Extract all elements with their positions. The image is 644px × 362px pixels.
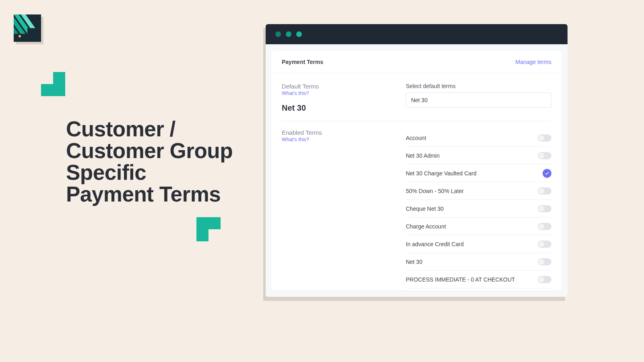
- card-title: Payment Terms: [282, 59, 323, 65]
- window-control-close[interactable]: [275, 31, 281, 37]
- brand-logo: [14, 14, 41, 42]
- term-row: Net 30 Charge Vaulted Card: [406, 165, 551, 182]
- decorative-shape: [196, 217, 221, 241]
- app-window: Payment Terms Manage terms Default Terms…: [266, 24, 568, 297]
- enabled-terms-label: Enabled Terms: [282, 129, 406, 136]
- default-terms-select[interactable]: Net 30: [406, 93, 551, 108]
- term-toggle[interactable]: [538, 276, 551, 283]
- term-label: Net 30 Admin: [406, 152, 440, 159]
- svg-rect-6: [14, 34, 27, 42]
- term-label: Cheque Net 30: [406, 206, 444, 212]
- term-toggle[interactable]: [538, 152, 551, 159]
- term-label: 50% Down - 50% Later: [406, 188, 464, 194]
- term-toggle[interactable]: [538, 134, 551, 142]
- stripes-icon: [14, 14, 41, 42]
- card-header: Payment Terms Manage terms: [271, 51, 562, 73]
- svg-rect-5: [27, 28, 41, 42]
- svg-point-7: [19, 35, 21, 37]
- term-row: Account: [406, 129, 551, 147]
- term-row: Net 30: [406, 253, 551, 271]
- term-toggle[interactable]: [538, 205, 551, 212]
- term-row: Cheque Net 30: [406, 200, 551, 218]
- term-label: Charge Account: [406, 223, 446, 230]
- term-row: PROCESS IMMEDIATE - 0 AT CHECKOUT: [406, 271, 551, 288]
- term-label: In advance Credit Card: [406, 241, 464, 247]
- select-default-terms-label: Select default terms: [406, 83, 551, 89]
- check-icon: [545, 171, 549, 176]
- term-label: PROCESS IMMEDIATE - 0 AT CHECKOUT: [406, 276, 515, 283]
- default-terms-value: Net 30: [282, 103, 406, 113]
- window-control-minimize[interactable]: [286, 31, 291, 37]
- term-row: Charge Account: [406, 218, 551, 235]
- default-terms-label: Default Terms: [282, 83, 406, 90]
- window-control-zoom[interactable]: [296, 31, 302, 37]
- term-row: 50% Down - 50% Later: [406, 182, 551, 200]
- select-value: Net 30: [411, 97, 427, 103]
- term-label: Net 30 Charge Vaulted Card: [406, 170, 477, 177]
- decorative-shape: [41, 72, 65, 96]
- payment-terms-card: Payment Terms Manage terms Default Terms…: [271, 51, 562, 290]
- term-toggle[interactable]: [538, 223, 551, 230]
- term-row: Net 30 Admin: [406, 147, 551, 165]
- enabled-terms-section: Enabled Terms What's this? AccountNet 30…: [282, 121, 551, 290]
- manage-terms-link[interactable]: Manage terms: [516, 59, 551, 65]
- term-toggle[interactable]: [538, 241, 551, 248]
- term-label: Net 30: [406, 259, 422, 265]
- page-title: Customer / Customer Group Specific Payme…: [66, 118, 239, 205]
- whats-this-link[interactable]: What's this?: [282, 137, 406, 142]
- window-titlebar: [266, 24, 568, 44]
- whats-this-link[interactable]: What's this?: [282, 90, 406, 96]
- term-row: In advance Credit Card: [406, 235, 551, 253]
- term-label: Account: [406, 135, 426, 141]
- term-toggle[interactable]: [538, 258, 551, 265]
- term-toggle[interactable]: [538, 187, 551, 195]
- term-enabled-check[interactable]: [543, 169, 551, 178]
- default-terms-section: Default Terms What's this? Net 30 Select…: [282, 83, 551, 121]
